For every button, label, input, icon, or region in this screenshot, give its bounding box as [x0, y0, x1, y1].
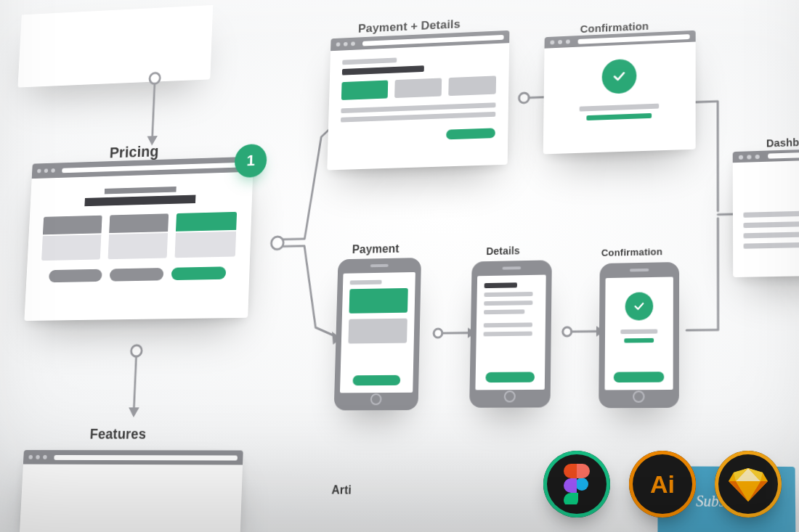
label-details: Details	[486, 245, 520, 257]
wireframe-phone-details	[469, 260, 552, 407]
svg-point-12	[434, 329, 442, 337]
label-article-partial: Arti	[331, 483, 352, 496]
label-confirmation-mobile: Confirmation	[601, 246, 662, 258]
step-badge: 1	[234, 144, 267, 178]
check-icon	[625, 292, 653, 320]
label-dashboard: Dashboard	[766, 136, 799, 150]
label-payment: Payment	[352, 242, 400, 256]
svg-point-20	[575, 478, 588, 491]
svg-line-4	[134, 356, 136, 407]
figma-icon	[543, 451, 610, 517]
label-features: Features	[89, 426, 146, 443]
wireframe-pricing: 1	[24, 157, 254, 321]
svg-point-6	[271, 237, 283, 250]
wireframe-dashboard	[733, 147, 799, 277]
sketch-icon	[715, 451, 782, 517]
svg-point-15	[563, 327, 572, 336]
svg-point-3	[131, 345, 142, 357]
tool-badges: Ai	[543, 451, 782, 517]
url-bar	[62, 162, 248, 173]
svg-marker-5	[129, 407, 139, 417]
check-icon	[601, 59, 636, 94]
label-pricing: Pricing	[109, 142, 159, 162]
illustrator-icon: Ai	[629, 451, 696, 517]
svg-point-9	[519, 93, 529, 103]
wireframe-features	[20, 450, 243, 532]
wireframe-confirmation	[543, 30, 696, 155]
wireframe-phone-confirmation	[599, 262, 679, 408]
wireframe-phone-payment	[334, 258, 421, 410]
svg-line-1	[153, 83, 155, 136]
wireframe-payment-details	[327, 30, 509, 171]
wireframe-hero-partial	[17, 5, 213, 88]
